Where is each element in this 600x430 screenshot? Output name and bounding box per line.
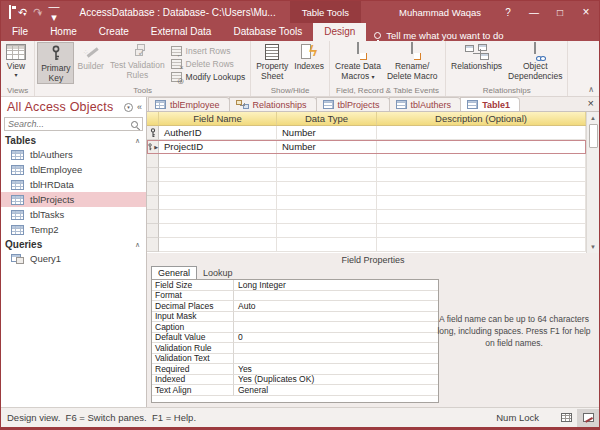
doc-tab-relationships[interactable]: Relationships [229, 97, 317, 111]
account-name[interactable]: Muhammad Waqas [399, 7, 481, 18]
primary-key-button[interactable]: PrimaryKey [37, 42, 74, 84]
property-row-caption[interactable]: Caption [152, 322, 438, 333]
rename-macro-icon [403, 44, 421, 60]
property-row-default-value[interactable]: Default Value0 [152, 333, 438, 344]
doc-tab-tblEmployee[interactable]: tblEmployee [148, 97, 230, 111]
empty-grid-row[interactable] [147, 168, 586, 182]
property-row-text-align[interactable]: Text AlignGeneral [152, 385, 438, 396]
tab-external-data[interactable]: External Data [140, 23, 223, 41]
indexes-button[interactable]: ϟ Indexes [291, 42, 327, 72]
nav-item-tblProjects[interactable]: tblProjects [1, 192, 146, 207]
contextual-tab-table-tools[interactable]: Table Tools [290, 1, 361, 23]
help-button[interactable]: ? [495, 1, 521, 23]
field-name-cell[interactable]: AutherID [159, 126, 277, 140]
save-icon[interactable] [9, 7, 11, 18]
nav-pane-title[interactable]: All Access Objects [7, 100, 113, 114]
property-row-validation-rule[interactable]: Validation Rule [152, 343, 438, 354]
modify-lookups-button[interactable]: ◎ Modify Lookups [168, 70, 249, 83]
scroll-down-icon[interactable]: ▼ [587, 241, 599, 253]
nav-menu-icon[interactable]: ▾ [124, 103, 133, 112]
collapse-ribbon-icon[interactable]: ∧ [588, 85, 594, 94]
property-row-required[interactable]: RequiredYes [152, 364, 438, 375]
property-row-validation-text[interactable]: Validation Text [152, 354, 438, 365]
customize-quick-access-icon[interactable]: —▾ [48, 1, 59, 23]
group-relationships: Relationships ObjectDependencies Relatio… [446, 41, 568, 96]
shutter-bar-icon[interactable]: « [137, 102, 142, 112]
create-data-macros-button[interactable]: Create DataMacros ▾ [332, 42, 384, 81]
test-validation-rules-button[interactable]: ✓ Test ValidationRules [107, 42, 168, 80]
object-dependencies-button[interactable]: ObjectDependencies [505, 42, 565, 81]
search-input[interactable] [5, 119, 131, 129]
scrollbar-thumb[interactable] [589, 124, 598, 148]
nav-section-queries[interactable]: Queries ∧ [1, 237, 146, 251]
titlebar: ↶▾ ↷▾ —▾ AccessDatabase : Database- C:\U… [1, 1, 599, 23]
column-header-description: Description (Optional) [377, 112, 586, 125]
tab-design[interactable]: Design [313, 23, 366, 41]
table-icon [11, 150, 24, 160]
group-views: View ▾ Views [1, 41, 35, 96]
delete-rows-button[interactable]: × Delete Rows [168, 57, 249, 70]
property-sheet-button[interactable]: PropertySheet [253, 42, 291, 81]
doc-tab-tblAuthers[interactable]: tblAuthers [389, 97, 462, 111]
doc-tab-table1[interactable]: Table1 [460, 97, 520, 111]
nav-item-tblHRData[interactable]: tblHRData [1, 177, 146, 192]
table-icon [11, 195, 24, 205]
field-row-ProjectID[interactable]: ▶ ProjectID Number [147, 140, 586, 154]
property-row-decimal-places[interactable]: Decimal PlacesAuto [152, 301, 438, 312]
nav-item-tblAuthers[interactable]: tblAuthers [1, 147, 146, 162]
empty-grid-row[interactable] [147, 154, 586, 168]
datasheet-view-button[interactable] [555, 409, 577, 427]
primary-key-row-selector-current[interactable]: ▶ [147, 140, 159, 154]
tab-create[interactable]: Create [88, 23, 140, 41]
scroll-up-icon[interactable]: ▲ [587, 112, 599, 124]
property-row-indexed[interactable]: IndexedYes (Duplicates OK) [152, 375, 438, 386]
redo-icon[interactable]: ↷▾ [33, 7, 41, 18]
empty-grid-row[interactable] [147, 210, 586, 224]
property-row-input-mask[interactable]: Input Mask [152, 312, 438, 323]
undo-icon[interactable]: ↶▾ [18, 7, 26, 18]
description-cell[interactable] [377, 126, 586, 140]
empty-grid-row[interactable] [147, 224, 586, 238]
field-row-AutherID[interactable]: AutherID Number [147, 126, 586, 140]
tab-home[interactable]: Home [39, 23, 88, 41]
nav-item-tblEmployee[interactable]: tblEmployee [1, 162, 146, 177]
close-button[interactable]: × [573, 1, 599, 23]
group-tools: PrimaryKey Builder ✓ Test ValidationRule… [35, 41, 251, 96]
design-view-button[interactable] [577, 409, 599, 427]
table-icon [11, 225, 24, 235]
data-type-cell[interactable]: Number [277, 126, 377, 140]
data-type-cell[interactable]: Number [277, 140, 377, 154]
minimize-button[interactable]: — [521, 1, 547, 23]
rename-delete-macro-button[interactable]: Rename/Delete Macro [384, 42, 441, 81]
indexes-lightning-icon: ϟ [301, 44, 317, 60]
search-icon[interactable] [131, 121, 138, 128]
key-icon [48, 45, 64, 62]
nav-item-tblTasks[interactable]: tblTasks [1, 207, 146, 222]
insert-rows-button[interactable]: ← Insert Rows [168, 44, 249, 57]
view-button[interactable]: View ▾ [3, 42, 29, 78]
empty-grid-row[interactable] [147, 196, 586, 210]
close-document-icon[interactable]: × [588, 98, 594, 109]
nav-section-tables[interactable]: Tables ∧ [1, 133, 146, 147]
property-row-field-size[interactable]: Field SizeLong Integer [152, 280, 438, 291]
tab-file[interactable]: File [1, 23, 39, 41]
empty-grid-row[interactable] [147, 182, 586, 196]
vertical-scrollbar[interactable]: ▲ ▼ [586, 112, 599, 253]
tab-database-tools[interactable]: Database Tools [222, 23, 313, 41]
table-icon [467, 100, 478, 109]
nav-item-Query1[interactable]: Query1 [1, 251, 146, 266]
builder-button[interactable]: Builder [74, 42, 106, 72]
tell-me-box[interactable]: Tell me what you want to do [374, 30, 503, 41]
description-cell[interactable] [377, 140, 586, 154]
primary-key-row-selector[interactable] [147, 126, 159, 140]
doc-tab-tblProjects[interactable]: tblProjects [316, 97, 390, 111]
tab-general[interactable]: General [151, 266, 197, 279]
empty-grid-row[interactable] [147, 238, 586, 252]
property-row-format[interactable]: Format [152, 291, 438, 302]
nav-item-Temp2[interactable]: Temp2 [1, 222, 146, 237]
relationships-button[interactable]: Relationships [448, 42, 505, 72]
document-tab-bar: tblEmployee Relationships tblProjects tb… [147, 97, 599, 112]
field-name-cell[interactable]: ProjectID [159, 140, 277, 154]
tab-lookup[interactable]: Lookup [197, 267, 239, 279]
maximize-button[interactable]: □ [547, 1, 573, 23]
